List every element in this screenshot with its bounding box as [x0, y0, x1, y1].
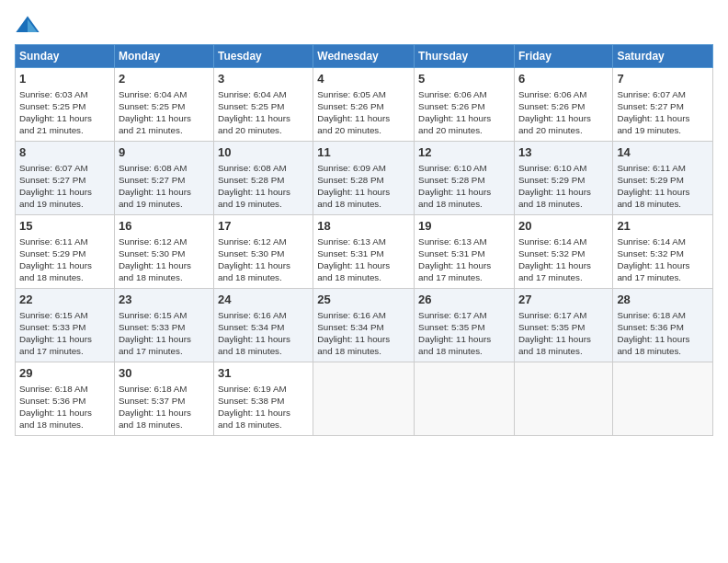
- day-number: 28: [617, 292, 709, 308]
- day-info: Sunrise: 6:18 AM Sunset: 5:36 PM Dayligh…: [19, 383, 110, 431]
- calendar-cell: 6Sunrise: 6:06 AM Sunset: 5:26 PM Daylig…: [514, 68, 612, 142]
- calendar-cell: 14Sunrise: 6:11 AM Sunset: 5:29 PM Dayli…: [613, 142, 713, 215]
- day-number: 31: [218, 365, 309, 382]
- day-number: 19: [418, 218, 510, 235]
- calendar-cell: 29Sunrise: 6:18 AM Sunset: 5:36 PM Dayli…: [16, 362, 115, 436]
- day-info: Sunrise: 6:05 AM Sunset: 5:26 PM Dayligh…: [317, 88, 410, 137]
- day-number: 16: [119, 218, 210, 235]
- day-info: Sunrise: 6:14 AM Sunset: 5:32 PM Dayligh…: [617, 236, 709, 284]
- day-number: 26: [418, 292, 510, 308]
- day-number: 5: [418, 71, 510, 87]
- calendar-cell: 31Sunrise: 6:19 AM Sunset: 5:38 PM Dayli…: [213, 362, 313, 436]
- calendar-cell: 20Sunrise: 6:14 AM Sunset: 5:32 PM Dayli…: [514, 215, 612, 289]
- calendar-header-saturday: Saturday: [613, 45, 713, 68]
- calendar-cell: 1Sunrise: 6:03 AM Sunset: 5:25 PM Daylig…: [16, 68, 115, 142]
- calendar-cell: 26Sunrise: 6:17 AM Sunset: 5:35 PM Dayli…: [415, 289, 515, 362]
- day-number: 25: [317, 292, 410, 308]
- day-info: Sunrise: 6:07 AM Sunset: 5:27 PM Dayligh…: [19, 162, 110, 211]
- calendar-header-monday: Monday: [114, 45, 213, 68]
- day-number: 2: [119, 71, 210, 87]
- calendar-cell: 5Sunrise: 6:06 AM Sunset: 5:26 PM Daylig…: [415, 68, 515, 142]
- day-number: 27: [518, 292, 609, 308]
- day-info: Sunrise: 6:13 AM Sunset: 5:31 PM Dayligh…: [317, 236, 410, 284]
- day-number: 23: [119, 292, 210, 308]
- day-info: Sunrise: 6:10 AM Sunset: 5:29 PM Dayligh…: [518, 162, 609, 211]
- day-info: Sunrise: 6:04 AM Sunset: 5:25 PM Dayligh…: [119, 88, 210, 137]
- day-number: 18: [317, 218, 410, 235]
- calendar-week-row: 29Sunrise: 6:18 AM Sunset: 5:36 PM Dayli…: [16, 362, 713, 436]
- calendar-header-sunday: Sunday: [16, 45, 115, 68]
- calendar-header-row: SundayMondayTuesdayWednesdayThursdayFrid…: [16, 45, 713, 68]
- day-number: 22: [19, 292, 110, 308]
- day-info: Sunrise: 6:17 AM Sunset: 5:35 PM Dayligh…: [518, 309, 609, 358]
- calendar-week-row: 8Sunrise: 6:07 AM Sunset: 5:27 PM Daylig…: [16, 142, 713, 215]
- calendar-cell: 22Sunrise: 6:15 AM Sunset: 5:33 PM Dayli…: [16, 289, 115, 362]
- day-number: 10: [218, 144, 309, 161]
- calendar-cell: 7Sunrise: 6:07 AM Sunset: 5:27 PM Daylig…: [613, 68, 713, 142]
- calendar-week-row: 15Sunrise: 6:11 AM Sunset: 5:29 PM Dayli…: [16, 215, 713, 289]
- day-number: 14: [617, 144, 709, 161]
- day-number: 29: [19, 365, 110, 382]
- calendar-cell: 15Sunrise: 6:11 AM Sunset: 5:29 PM Dayli…: [16, 215, 115, 289]
- calendar-cell: 10Sunrise: 6:08 AM Sunset: 5:28 PM Dayli…: [213, 142, 313, 215]
- calendar-cell: [613, 362, 713, 436]
- calendar-header-friday: Friday: [514, 45, 612, 68]
- calendar-cell: 30Sunrise: 6:18 AM Sunset: 5:37 PM Dayli…: [114, 362, 213, 436]
- day-number: 15: [19, 218, 110, 235]
- calendar-cell: 21Sunrise: 6:14 AM Sunset: 5:32 PM Dayli…: [613, 215, 713, 289]
- day-number: 21: [617, 218, 709, 235]
- calendar-cell: 8Sunrise: 6:07 AM Sunset: 5:27 PM Daylig…: [16, 142, 115, 215]
- day-info: Sunrise: 6:16 AM Sunset: 5:34 PM Dayligh…: [218, 309, 309, 358]
- calendar-cell: 25Sunrise: 6:16 AM Sunset: 5:34 PM Dayli…: [313, 289, 415, 362]
- day-number: 20: [518, 218, 609, 235]
- day-info: Sunrise: 6:16 AM Sunset: 5:34 PM Dayligh…: [317, 309, 410, 358]
- day-info: Sunrise: 6:13 AM Sunset: 5:31 PM Dayligh…: [418, 236, 510, 284]
- calendar-header-wednesday: Wednesday: [313, 45, 415, 68]
- day-info: Sunrise: 6:14 AM Sunset: 5:32 PM Dayligh…: [518, 236, 609, 284]
- day-info: Sunrise: 6:04 AM Sunset: 5:25 PM Dayligh…: [218, 88, 309, 137]
- calendar-cell: 4Sunrise: 6:05 AM Sunset: 5:26 PM Daylig…: [313, 68, 415, 142]
- calendar-cell: 27Sunrise: 6:17 AM Sunset: 5:35 PM Dayli…: [514, 289, 612, 362]
- day-info: Sunrise: 6:09 AM Sunset: 5:28 PM Dayligh…: [317, 162, 410, 211]
- calendar: SundayMondayTuesdayWednesdayThursdayFrid…: [15, 44, 713, 436]
- calendar-cell: 13Sunrise: 6:10 AM Sunset: 5:29 PM Dayli…: [514, 142, 612, 215]
- page: SundayMondayTuesdayWednesdayThursdayFrid…: [0, 0, 728, 563]
- calendar-cell: 3Sunrise: 6:04 AM Sunset: 5:25 PM Daylig…: [213, 68, 313, 142]
- calendar-cell: 12Sunrise: 6:10 AM Sunset: 5:28 PM Dayli…: [415, 142, 515, 215]
- calendar-cell: 11Sunrise: 6:09 AM Sunset: 5:28 PM Dayli…: [313, 142, 415, 215]
- calendar-cell: 2Sunrise: 6:04 AM Sunset: 5:25 PM Daylig…: [114, 68, 213, 142]
- calendar-cell: 18Sunrise: 6:13 AM Sunset: 5:31 PM Dayli…: [313, 215, 415, 289]
- day-info: Sunrise: 6:03 AM Sunset: 5:25 PM Dayligh…: [19, 88, 110, 137]
- calendar-cell: 16Sunrise: 6:12 AM Sunset: 5:30 PM Dayli…: [114, 215, 213, 289]
- day-info: Sunrise: 6:06 AM Sunset: 5:26 PM Dayligh…: [418, 88, 510, 137]
- calendar-cell: [514, 362, 612, 436]
- calendar-cell: 19Sunrise: 6:13 AM Sunset: 5:31 PM Dayli…: [415, 215, 515, 289]
- day-info: Sunrise: 6:12 AM Sunset: 5:30 PM Dayligh…: [119, 236, 210, 284]
- day-info: Sunrise: 6:18 AM Sunset: 5:37 PM Dayligh…: [119, 383, 210, 431]
- day-info: Sunrise: 6:11 AM Sunset: 5:29 PM Dayligh…: [19, 236, 110, 284]
- calendar-cell: 24Sunrise: 6:16 AM Sunset: 5:34 PM Dayli…: [213, 289, 313, 362]
- day-number: 9: [119, 144, 210, 161]
- header: [15, 9, 713, 39]
- calendar-week-row: 1Sunrise: 6:03 AM Sunset: 5:25 PM Daylig…: [16, 68, 713, 142]
- day-info: Sunrise: 6:11 AM Sunset: 5:29 PM Dayligh…: [617, 162, 709, 211]
- day-info: Sunrise: 6:15 AM Sunset: 5:33 PM Dayligh…: [119, 309, 210, 358]
- day-number: 12: [418, 144, 510, 161]
- day-number: 17: [218, 218, 309, 235]
- day-info: Sunrise: 6:07 AM Sunset: 5:27 PM Dayligh…: [617, 88, 709, 137]
- day-info: Sunrise: 6:08 AM Sunset: 5:27 PM Dayligh…: [119, 162, 210, 211]
- day-info: Sunrise: 6:19 AM Sunset: 5:38 PM Dayligh…: [218, 383, 309, 431]
- day-number: 30: [119, 365, 210, 382]
- day-number: 1: [19, 71, 110, 87]
- day-info: Sunrise: 6:12 AM Sunset: 5:30 PM Dayligh…: [218, 236, 309, 284]
- calendar-header-thursday: Thursday: [415, 45, 515, 68]
- calendar-cell: [313, 362, 415, 436]
- day-number: 6: [518, 71, 609, 87]
- calendar-header-tuesday: Tuesday: [213, 45, 313, 68]
- day-number: 3: [218, 71, 309, 87]
- day-info: Sunrise: 6:08 AM Sunset: 5:28 PM Dayligh…: [218, 162, 309, 211]
- logo-icon: [15, 13, 40, 39]
- day-info: Sunrise: 6:17 AM Sunset: 5:35 PM Dayligh…: [418, 309, 510, 358]
- calendar-cell: 23Sunrise: 6:15 AM Sunset: 5:33 PM Dayli…: [114, 289, 213, 362]
- calendar-cell: [415, 362, 515, 436]
